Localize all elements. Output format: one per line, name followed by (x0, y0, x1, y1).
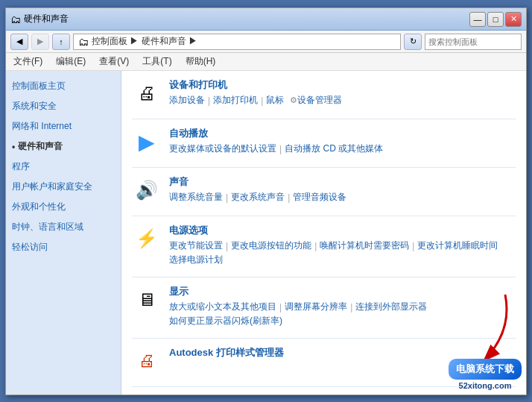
sidebar-item-users[interactable]: 用户帐户和家庭安全 (12, 179, 115, 195)
sound-title[interactable]: 声音 (169, 175, 516, 189)
link-mouse[interactable]: 鼠标 (266, 94, 284, 107)
display-content: 显示 放大或缩小文本及其他项目 | 调整屏幕分辨率 | 连接到外部显示器 如何更… (169, 285, 516, 327)
section-display: 🖥 显示 放大或缩小文本及其他项目 | 调整屏幕分辨率 | 连接到外部显示器 如… (132, 285, 516, 327)
maximize-button[interactable]: □ (487, 12, 504, 27)
sidebar-item-hardware[interactable]: 硬件和声音 (12, 139, 115, 154)
link-sleep-time[interactable]: 更改计算机睡眠时间 (417, 239, 498, 252)
autoplay-icon: ▶ (132, 127, 162, 157)
divider-3 (132, 216, 516, 216)
refresh-button[interactable]: ↻ (404, 34, 422, 50)
watermark-site: 52xitong.com (459, 381, 512, 390)
sidebar: 控制面板主页 系统和安全 网络和 Internet 硬件和声音 程序 用户帐户和… (6, 71, 121, 395)
forward-button[interactable]: ▶ (31, 34, 49, 50)
power-icon: ⚡ (132, 224, 162, 254)
link-volume[interactable]: 调整系统音量 (169, 191, 223, 204)
titlebar-folder-icon: 🗂 (10, 13, 21, 25)
sidebar-item-ease[interactable]: 轻松访问 (12, 239, 115, 255)
back-button[interactable]: ◀ (10, 34, 28, 50)
display-title[interactable]: 显示 (169, 285, 516, 298)
power-links: 更改节能设置 | 更改电源按钮的功能 | 唤醒计算机时需要密码 | 更改计算机睡… (169, 239, 516, 252)
menu-view[interactable]: 查看(V) (96, 54, 132, 69)
divider-2 (132, 167, 516, 168)
autodesk-print-icon: 🖨 (132, 346, 162, 376)
section-devices: 🖨 设备和打印机 添加设备 | 添加打印机 | 鼠标 ⚙ 设备管理器 (132, 78, 516, 108)
search-box[interactable]: 🔍 (425, 34, 522, 50)
link-resolution[interactable]: 调整屏幕分辨率 (285, 301, 347, 313)
search-input[interactable] (428, 37, 531, 46)
autodesk-print-title[interactable]: Autodesk 打印样式管理器 (169, 346, 516, 359)
sound-icon: 🔊 (132, 175, 162, 205)
sound-links: 调整系统音量 | 更改系统声音 | 管理音频设备 (169, 191, 516, 204)
link-sound-change[interactable]: 更改系统声音 (231, 191, 285, 204)
sidebar-item-clock[interactable]: 时钟、语言和区域 (12, 219, 115, 235)
divider-4 (132, 277, 516, 277)
sidebar-item-network[interactable]: 网络和 Internet (12, 119, 115, 134)
section-power: ⚡ 电源选项 更改节能设置 | 更改电源按钮的功能 | 唤醒计算机时需要密码 |… (132, 224, 516, 266)
sidebar-item-system[interactable]: 系统和安全 (12, 98, 115, 114)
display-links2: 如何更正显示器闪烁(刷新率) (169, 315, 516, 327)
autoplay-links: 更改媒体或设备的默认设置 | 自动播放 CD 或其他媒体 (169, 142, 516, 155)
titlebar-left: 🗂 硬件和声音 (10, 13, 69, 25)
sidebar-item-home[interactable]: 控制面板主页 (12, 78, 115, 94)
menu-edit[interactable]: 编辑(E) (53, 54, 89, 69)
power-content: 电源选项 更改节能设置 | 更改电源按钮的功能 | 唤醒计算机时需要密码 | 更… (169, 224, 516, 266)
address-path[interactable]: 🗂 控制面板 ▶ 硬件和声音 ▶ (73, 34, 401, 50)
link-power-button[interactable]: 更改电源按钮的功能 (231, 239, 311, 252)
display-icon: 🖥 (132, 285, 162, 315)
watermark: 电脑系统下载 52xitong.com (449, 359, 522, 390)
minimize-button[interactable]: — (469, 12, 486, 27)
link-audio-manage[interactable]: 管理音频设备 (293, 191, 346, 204)
link-power-desc[interactable]: 更改节能设置 (169, 239, 223, 252)
power-links2: 选择电源计划 (169, 254, 516, 266)
devices-content: 设备和打印机 添加设备 | 添加打印机 | 鼠标 ⚙ 设备管理器 (169, 78, 516, 107)
devices-icon: 🖨 (132, 78, 162, 108)
close-button[interactable]: ✕ (505, 12, 522, 27)
link-power-plan[interactable]: 选择电源计划 (169, 254, 223, 266)
section-sound: 🔊 声音 调整系统音量 | 更改系统声音 | 管理音频设备 (132, 175, 516, 205)
link-autoplay-desc[interactable]: 更改媒体或设备的默认设置 (169, 142, 276, 155)
path-text: 控制面板 ▶ 硬件和声音 ▶ (92, 35, 197, 48)
autoplay-title[interactable]: 自动播放 (169, 127, 516, 140)
addressbar: ◀ ▶ ↑ 🗂 控制面板 ▶ 硬件和声音 ▶ ↻ 🔍 (6, 31, 526, 53)
autoplay-content: 自动播放 更改媒体或设备的默认设置 | 自动播放 CD 或其他媒体 (169, 127, 516, 155)
main-panel: 🖨 设备和打印机 添加设备 | 添加打印机 | 鼠标 ⚙ 设备管理器 (121, 71, 526, 395)
menu-help[interactable]: 帮助(H) (183, 54, 219, 69)
display-links: 放大或缩小文本及其他项目 | 调整屏幕分辨率 | 连接到外部显示器 (169, 301, 516, 313)
menu-file[interactable]: 文件(F) (10, 54, 45, 69)
section-autoplay: ▶ 自动播放 更改媒体或设备的默认设置 | 自动播放 CD 或其他媒体 (132, 127, 516, 157)
titlebar-title: 硬件和声音 (24, 13, 69, 25)
main-window: 🗂 硬件和声音 — □ ✕ ◀ ▶ ↑ 🗂 控制面板 ▶ 硬件和声音 ▶ ↻ 🔍… (5, 7, 527, 395)
divider-5 (132, 338, 516, 339)
folder-icon: 🗂 (78, 36, 89, 48)
link-add-device[interactable]: 添加设备 (169, 94, 205, 107)
sound-content: 声音 调整系统音量 | 更改系统声音 | 管理音频设备 (169, 175, 516, 204)
titlebar: 🗂 硬件和声音 — □ ✕ (6, 8, 526, 31)
devices-title[interactable]: 设备和打印机 (169, 78, 516, 92)
sidebar-item-appearance[interactable]: 外观和个性化 (12, 199, 115, 215)
link-device-manager[interactable]: 设备管理器 (297, 94, 342, 107)
titlebar-buttons: — □ ✕ (469, 12, 522, 27)
link-external-display[interactable]: 连接到外部显示器 (355, 301, 427, 313)
link-add-printer[interactable]: 添加打印机 (213, 94, 258, 107)
divider-1 (132, 119, 516, 119)
link-text-size[interactable]: 放大或缩小文本及其他项目 (169, 301, 276, 313)
watermark-cloud: 电脑系统下载 (449, 359, 522, 380)
devices-links: 添加设备 | 添加打印机 | 鼠标 ⚙ 设备管理器 (169, 94, 516, 107)
content-area: 控制面板主页 系统和安全 网络和 Internet 硬件和声音 程序 用户帐户和… (6, 71, 526, 395)
menu-tools[interactable]: 工具(T) (139, 54, 174, 69)
sidebar-item-programs[interactable]: 程序 (12, 159, 115, 175)
link-wake-password[interactable]: 唤醒计算机时需要密码 (320, 239, 409, 252)
up-button[interactable]: ↑ (52, 34, 70, 50)
link-refresh-rate[interactable]: 如何更正显示器闪烁(刷新率) (169, 315, 282, 327)
link-autoplay-cd[interactable]: 自动播放 CD 或其他媒体 (285, 142, 383, 155)
menubar: 文件(F) 编辑(E) 查看(V) 工具(T) 帮助(H) (6, 53, 526, 71)
power-title[interactable]: 电源选项 (169, 224, 516, 237)
devices-icon2: ⚙ (290, 95, 297, 105)
